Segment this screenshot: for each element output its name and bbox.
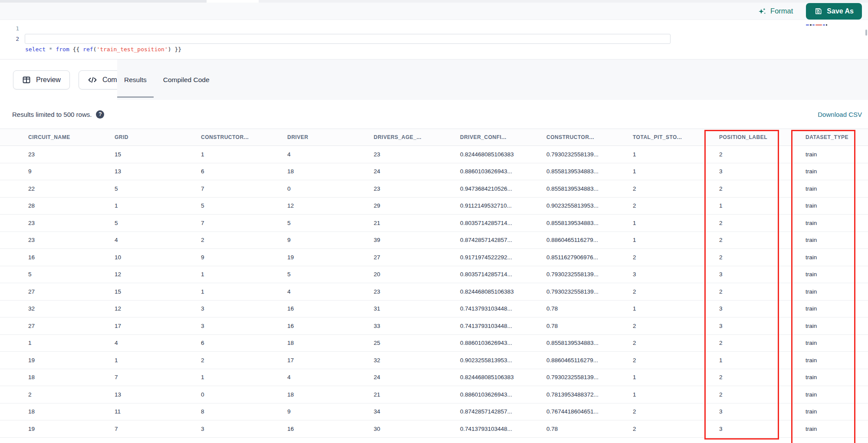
table-cell: 19: [28, 357, 115, 364]
table-cell: 1: [201, 374, 287, 380]
table-cell: 9: [287, 237, 374, 243]
table-cell: 2: [633, 323, 719, 329]
table-cell: 29: [374, 202, 460, 209]
table-cell: train: [806, 254, 868, 261]
table-cell: 0.8860103626943...: [460, 391, 546, 398]
table-cell: train: [806, 237, 868, 243]
table-cell: 9: [28, 168, 115, 175]
table-cell: 1: [201, 288, 287, 295]
table-cell: 9: [287, 408, 374, 415]
table-cell: 5: [287, 220, 374, 226]
table-cell: 5: [115, 185, 201, 192]
table-row: 271514230.8244680851063830.7930232558139…: [0, 283, 868, 301]
table-cell: 7: [201, 220, 287, 226]
table-cell: 1: [201, 151, 287, 158]
table-cell: 21: [374, 220, 460, 226]
results-table: CIRCUIT_NAMEGRIDCONSTRUCTOR...DRIVERDRIV…: [0, 129, 868, 443]
sql-editor[interactable]: 1 2 select * from {{ ref('train_test_pos…: [0, 20, 868, 59]
preview-button[interactable]: Preview: [13, 70, 70, 89]
table-cell: train: [806, 426, 868, 432]
editor-scrollbar-thumb[interactable]: [865, 30, 867, 36]
table-cell: 18: [28, 374, 115, 380]
code-token: ref: [83, 46, 93, 53]
table-cell: 0.9112149532710...: [460, 202, 546, 209]
column-header: DRIVER_CONFI...: [460, 134, 546, 140]
code-token: ) }}: [168, 46, 181, 53]
code-token: [46, 46, 49, 53]
table-cell: 0.8860465116279...: [546, 357, 633, 364]
editor-toolbar: Format Save As: [0, 3, 868, 20]
table-cell: 12: [115, 271, 201, 278]
table-cell: 0.7930232558139...: [546, 374, 633, 380]
tab-results[interactable]: Results: [124, 60, 147, 100]
table-cell: 32: [374, 357, 460, 364]
editor-minimap: [806, 24, 827, 26]
table-cell: 19: [287, 254, 374, 261]
table-cell: 3: [719, 408, 806, 415]
table-cell: 0.7413793103448...: [460, 305, 546, 312]
table-cell: train: [806, 271, 868, 278]
column-header: CIRCUIT_NAME: [28, 134, 115, 140]
table-row: 14618250.8860103626943...0.8558139534883…: [0, 335, 868, 352]
save-as-button[interactable]: Save As: [806, 3, 862, 20]
table-cell: 0.7930232558139...: [546, 151, 633, 158]
table-cell: 2: [719, 340, 806, 346]
results-panel-bar: Preview Compile Results Compiled Code: [0, 59, 868, 100]
table-cell: 3: [719, 305, 806, 312]
table-cell: 22: [28, 185, 115, 192]
table-cell: 2: [201, 237, 287, 243]
table-cell: 7: [115, 426, 201, 432]
table-cell: 0.9023255813953...: [460, 357, 546, 364]
table-cell: 17: [115, 323, 201, 329]
format-button[interactable]: Format: [758, 7, 793, 16]
table-cell: 23: [28, 151, 115, 158]
table-cell: train: [806, 168, 868, 175]
table-cell: 2: [633, 408, 719, 415]
help-icon[interactable]: ?: [96, 110, 104, 119]
results-meta-bar: Results limited to 500 rows. ? Download …: [0, 100, 868, 129]
table-cell: 0: [287, 185, 374, 192]
table-cell: 0.824468085106383: [460, 374, 546, 380]
column-header: DRIVERS_AGE_...: [374, 134, 460, 140]
results-tabs: Results Compiled Code: [117, 60, 868, 100]
table-cell: 3: [633, 271, 719, 278]
table-cell: 0.8558139534883...: [546, 168, 633, 175]
table-cell: 5: [287, 271, 374, 278]
table-cell: 6: [201, 340, 287, 346]
table-cell: 1: [633, 374, 719, 380]
table-cell: train: [806, 357, 868, 364]
table-cell: 1: [719, 202, 806, 209]
table-cell: 3: [201, 323, 287, 329]
tab-compiled-code[interactable]: Compiled Code: [163, 60, 210, 100]
code-token: 'train_test_position': [96, 46, 168, 53]
table-row: 181189340.8742857142857...0.767441860465…: [0, 403, 868, 421]
code-token: *: [49, 46, 53, 53]
table-cell: 1: [633, 305, 719, 312]
table-cell: 3: [719, 271, 806, 278]
column-header: CONSTRUCTOR...: [201, 134, 287, 140]
table-row: 23575210.8035714285714...0.8558139534883…: [0, 215, 868, 232]
table-cell: 4: [287, 374, 374, 380]
table-cell: 4: [287, 288, 374, 295]
code-icon: [88, 76, 97, 84]
table-cell: 4: [115, 237, 201, 243]
tab-results-label: Results: [124, 76, 147, 84]
table-cell: 4: [115, 340, 201, 346]
table-cell: 2: [719, 151, 806, 158]
table-cell: train: [806, 288, 868, 295]
table-cell: 18: [287, 340, 374, 346]
table-cell: train: [806, 151, 868, 158]
table-cell: 24: [374, 168, 460, 175]
code-line-1[interactable]: select * from {{ ref('train_test_positio…: [25, 44, 181, 55]
table-cell: 23: [28, 220, 115, 226]
table-row: 3212316310.7413793103448...0.7813train: [0, 301, 868, 318]
column-header: DRIVER: [287, 134, 374, 140]
download-csv-link[interactable]: Download CSV: [818, 111, 862, 118]
table-cell: 10: [115, 254, 201, 261]
table-cell: 23: [28, 237, 115, 243]
table-cell: 2: [633, 254, 719, 261]
table-cell: 13: [115, 168, 201, 175]
table-row: 18714240.8244680851063830.7930232558139.…: [0, 369, 868, 387]
table-body: 231514230.8244680851063830.7930232558139…: [0, 146, 868, 438]
table-cell: train: [806, 391, 868, 398]
